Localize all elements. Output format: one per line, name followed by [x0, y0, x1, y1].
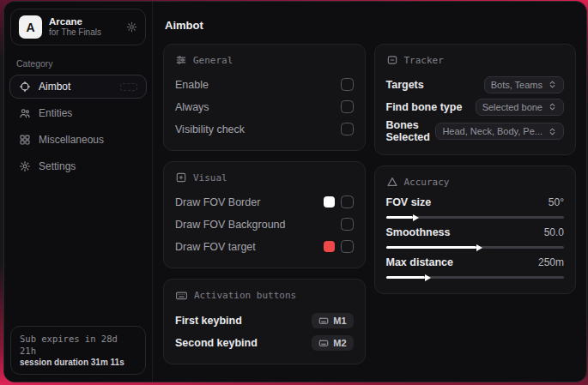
bones-selected-select[interactable]: Head, Neck, Body, Pe... [435, 123, 564, 140]
chevrons-up-down-icon [548, 80, 557, 89]
fov-size-slider[interactable] [386, 216, 565, 219]
select-value: Bots, Teams [491, 80, 543, 90]
setting-label: Visibility check [175, 123, 245, 135]
session-duration-text: session duration 31m 11s [20, 357, 136, 368]
setting-label: Max distance [386, 256, 454, 268]
card-title: General [193, 55, 233, 66]
slider-thumb[interactable] [476, 244, 482, 251]
general-card: General Enable Always Visibility check [163, 44, 366, 151]
draw-fov-target-checkbox[interactable] [341, 240, 354, 253]
gear-icon[interactable] [126, 21, 137, 33]
visual-card: Visual Draw FOV Border Draw FOV Backgrou… [163, 161, 366, 268]
slider-fill [386, 216, 413, 219]
select-value: Head, Neck, Body, Pe... [442, 126, 543, 136]
draw-fov-border-checkbox[interactable] [341, 196, 354, 208]
setting-label: Draw FOV target [175, 241, 256, 253]
slider-fill [386, 246, 477, 249]
slider-thumb[interactable] [425, 274, 431, 281]
setting-row-max-distance: Max distance 250m [386, 256, 565, 279]
setting-label: First keybind [175, 315, 242, 327]
find-bone-type-select[interactable]: Selected bone [476, 99, 564, 116]
setting-row-smoothness: Smoothness 50.0 [386, 226, 565, 249]
setting-row-targets: Targets Bots, Teams [386, 75, 565, 94]
setting-label: Targets [386, 79, 424, 91]
setting-row-find-bone-type: Find bone type Selected bone [386, 97, 565, 117]
crosshair-icon [19, 81, 31, 93]
tracker-card: Tracker Targets Bots, Teams [374, 44, 577, 155]
setting-row-always: Always [175, 97, 354, 117]
page-title: Aimbot [165, 19, 576, 32]
category-label: Category [16, 58, 140, 69]
profile-text: Arcane for The Finals [49, 16, 119, 38]
subscription-card: Sub expires in 28d 21h session duration … [10, 326, 146, 375]
app-logo: A [19, 15, 42, 39]
enable-checkbox[interactable] [341, 78, 354, 91]
chevrons-up-down-icon [548, 127, 557, 136]
fov-size-value: 50° [549, 196, 564, 208]
keyboard-icon [175, 289, 188, 302]
setting-row-bones-selected: Bones Selected Head, Neck, Body, Pe... [386, 119, 565, 143]
visibility-check-checkbox[interactable] [341, 123, 354, 135]
sidebar-item-label: Aimbot [39, 81, 70, 93]
setting-label: FOV size [386, 196, 432, 208]
app-window: A Arcane for The Finals Category [3, 1, 587, 382]
card-title: Visual [193, 172, 227, 183]
keyboard-icon [318, 316, 329, 326]
setting-row-fov-size: FOV size 50° [386, 196, 565, 219]
main-content: Aimbot General Enable [153, 2, 586, 382]
setting-row-first-keybind: First keybind M1 [175, 310, 354, 330]
sidebar: A Arcane for The Finals Category [4, 2, 153, 382]
always-checkbox[interactable] [341, 100, 354, 113]
max-distance-slider[interactable] [386, 276, 565, 279]
sidebar-item-settings[interactable]: Settings [9, 154, 147, 178]
draw-fov-background-checkbox[interactable] [341, 218, 354, 231]
keybind-hint-placeholder [120, 83, 137, 91]
app-subtitle: for The Finals [49, 27, 119, 38]
keybind-value: M1 [333, 316, 346, 326]
setting-label: Draw FOV Border [175, 196, 260, 208]
setting-label: Smoothness [386, 226, 451, 238]
second-keybind-button[interactable]: M2 [312, 335, 353, 351]
setting-label: Enable [175, 79, 209, 91]
sidebar-nav: Aimbot Entities [4, 75, 152, 178]
fov-border-color-swatch[interactable] [324, 196, 335, 208]
card-title: Accuracy [404, 177, 450, 188]
sidebar-item-aimbot[interactable]: Aimbot [9, 75, 147, 99]
accuracy-card: Accuracy FOV size 50° [374, 165, 577, 294]
sidebar-item-miscellaneous[interactable]: Miscellaneous [9, 128, 147, 152]
targets-select[interactable]: Bots, Teams [484, 76, 564, 93]
setting-row-draw-fov-border: Draw FOV Border [175, 192, 354, 212]
slider-fill [386, 276, 426, 279]
setting-label: Find bone type [386, 101, 463, 113]
setting-label: Always [175, 101, 209, 113]
card-title: Tracker [404, 55, 444, 66]
sliders-icon [175, 54, 187, 66]
minus-square-icon [386, 54, 398, 66]
fov-target-color-swatch[interactable] [324, 241, 335, 252]
first-keybind-button[interactable]: M1 [312, 313, 353, 328]
setting-row-second-keybind: Second keybind M2 [175, 333, 354, 352]
setting-row-visibility-check: Visibility check [175, 119, 354, 139]
setting-row-draw-fov-background: Draw FOV Background [175, 214, 354, 234]
keyboard-icon [318, 338, 329, 348]
sub-expiry-text: Sub expires in 28d 21h [20, 333, 136, 357]
slider-thumb[interactable] [413, 214, 419, 221]
smoothness-slider[interactable] [386, 246, 565, 249]
setting-label: Draw FOV Background [175, 219, 286, 231]
sidebar-item-label: Miscellaneous [39, 134, 104, 146]
sidebar-item-label: Entities [39, 107, 72, 119]
gear-icon [19, 160, 31, 172]
setting-row-draw-fov-target: Draw FOV target [175, 237, 354, 256]
sidebar-item-label: Settings [39, 160, 76, 172]
max-distance-value: 250m [538, 256, 564, 268]
frame-plus-icon [175, 171, 187, 183]
smoothness-value: 50.0 [544, 226, 564, 238]
app-name: Arcane [49, 16, 119, 27]
chevrons-up-down-icon [548, 102, 557, 111]
triangle-icon [386, 176, 398, 188]
select-value: Selected bone [482, 102, 543, 112]
setting-label: Bones Selected [386, 119, 436, 143]
activation-buttons-card: Activation buttons First keybind M1 [163, 279, 366, 364]
sidebar-item-entities[interactable]: Entities [9, 101, 147, 125]
profile-card: A Arcane for The Finals [10, 9, 146, 45]
